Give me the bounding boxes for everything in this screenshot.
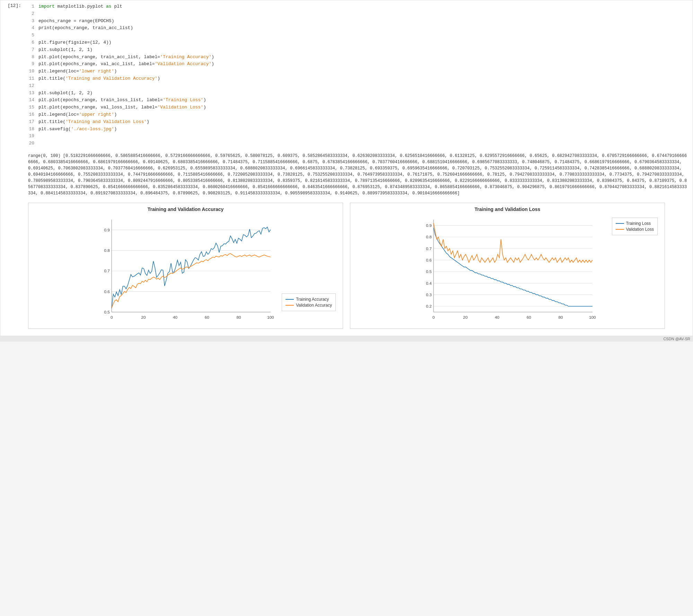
accuracy-plot: Training and Validation Accuracy 0.90.80… [28,203,343,329]
status-text: CSDN @AV-SR [663,337,690,341]
line-number: 20 [28,140,34,147]
token: 'lower right' [79,69,114,74]
svg-text:0.7: 0.7 [426,246,432,251]
line-content: plt.savefig('./acc-loss.jpg') [38,126,117,133]
token: 'Training and Validation Accuracy' [65,76,157,81]
svg-text:20: 20 [463,315,468,319]
svg-text:0.5: 0.5 [104,310,110,314]
token: subplot [49,47,68,52]
token: plt [38,105,46,110]
token: legend [49,112,65,117]
legend-item-train-acc: Training Accuracy [286,297,332,302]
code-line: 4print(epochs_range, train_acc_list) [28,25,689,32]
token: title [49,119,63,124]
token: plt [38,47,46,52]
svg-text:100: 100 [589,315,596,319]
token: ) [203,97,206,103]
output-text: range(0, 100) [0.5182291666666666, 0.586… [0,150,693,199]
token: plt [38,90,46,96]
svg-text:80: 80 [559,315,563,319]
line-number: 15 [28,104,34,111]
token: './acc-loss.jpg' [71,126,114,132]
token: ( [63,76,65,81]
line-content: plt.plot(epochs_range, val_acc_list, lab… [38,61,214,68]
svg-text:80: 80 [237,315,242,319]
legend-item-val-loss: Validation Loss [616,227,654,232]
token: plot [49,54,60,60]
token: plt [38,61,46,67]
code-line: 13plt.subplot(1, 2, 2) [28,90,689,97]
token: savefig [49,126,68,132]
code-line: 10plt.legend(loc='lower right') [28,68,689,75]
val-acc-line-icon [286,305,294,306]
code-line: 19 [28,133,689,140]
cell-wrapper: [12]: 1import matplotlib.pyplot as plt23… [0,0,693,150]
token: epochs_range [38,18,73,24]
svg-text:0.3: 0.3 [426,292,432,297]
line-number: 19 [28,133,34,140]
token: 'Training Accuracy' [160,54,211,60]
svg-text:0.9: 0.9 [104,228,110,232]
line-number: 16 [28,111,34,118]
code-cell: [12]: 1import matplotlib.pyplot as plt23… [0,0,693,336]
svg-text:100: 100 [267,315,274,319]
line-number: 6 [28,39,34,46]
line-content: plt.plot(epochs_range, train_acc_list, l… [38,54,214,61]
token: plt [38,40,46,45]
token: plt [38,69,46,74]
train-acc-line-icon [286,299,294,300]
svg-text:60: 60 [205,315,210,319]
code-line: 11plt.title('Training and Validation Acc… [28,75,689,82]
token: ) [147,119,149,124]
line-number: 12 [28,82,34,90]
token: as [106,4,114,9]
svg-text:0.5: 0.5 [426,269,432,274]
svg-text:40: 40 [173,315,178,319]
token: (epochs_range, val_acc_list, label= [60,61,155,67]
loss-plot: Training and Validation Loss 0.90.80.70.… [350,203,665,329]
token: plt [38,76,46,81]
cell-label: [12]: [0,0,25,8]
loss-plot-area: 0.90.80.70.60.50.40.30.2020406080100 Tra… [354,214,661,325]
svg-text:0.4: 0.4 [426,281,432,285]
accuracy-plot-area: 0.90.80.70.60.5020406080100 Training Acc… [32,214,339,325]
token: (figsize=(12, 4)) [65,40,112,45]
train-loss-label: Training Loss [626,221,651,226]
svg-text:0: 0 [111,315,113,319]
token: (loc= [65,112,79,117]
code-line: 1import matplotlib.pyplot as plt [28,3,689,10]
token: ) [114,126,117,132]
token: import [38,4,58,9]
line-number: 3 [28,18,34,25]
line-content: plt.subplot(1, 2, 1) [38,46,93,54]
line-number: 1 [28,3,34,10]
line-number: 2 [28,10,34,18]
code-line: 14plt.plot(epochs_range, train_loss_list… [28,97,689,104]
line-content: plt.legend(loc='upper right') [38,111,117,118]
token: = [73,18,79,24]
line-content: print(epochs_range, train_acc_list) [38,25,133,32]
token: plot [49,97,60,103]
token: range [79,18,93,24]
line-number: 8 [28,54,34,61]
token: plt [38,54,46,60]
code-line: 8plt.plot(epochs_range, train_acc_list, … [28,54,689,61]
token: (epochs_range, train_acc_list) [52,25,133,30]
svg-text:0.6: 0.6 [426,258,432,262]
line-content: plt.plot(epochs_range, train_loss_list, … [38,97,206,104]
token: 'upper right' [79,112,114,117]
token: (epochs_range, val_loss_list, label= [60,105,157,110]
svg-text:0.8: 0.8 [104,248,110,253]
line-number: 17 [28,118,34,126]
code-line: 2 [28,10,689,18]
token: ) [203,105,206,110]
accuracy-legend: Training Accuracy Validation Accuracy [282,293,336,311]
code-line: 3epochs_range = range(EPOCHS) [28,18,689,25]
code-line: 6plt.figure(figsize=(12, 4)) [28,39,689,46]
code-line: 5 [28,32,689,39]
svg-text:20: 20 [141,315,146,319]
code-area[interactable]: 1import matplotlib.pyplot as plt23epochs… [25,0,693,150]
token: ) [114,69,117,74]
line-number: 14 [28,97,34,104]
line-number: 11 [28,75,34,82]
